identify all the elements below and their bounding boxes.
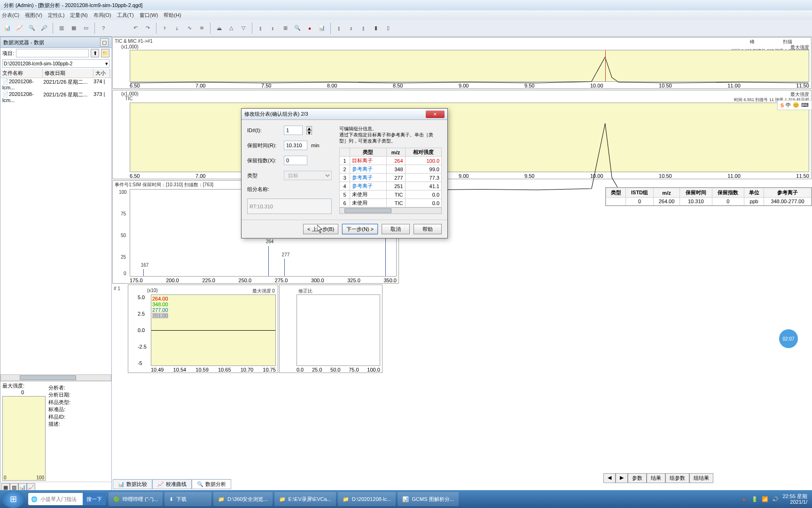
meta-label: 分析者:	[48, 384, 110, 391]
search-button[interactable]: 搜一下	[83, 493, 106, 505]
start-button[interactable]: ⊞	[2, 490, 24, 508]
file-row[interactable]: 📄20201208-lcm...2021/1/26 星期二...374 |	[0, 78, 111, 91]
type-label: 类型	[247, 172, 280, 179]
task-item[interactable]: 📁D:\20201208-lc...	[338, 492, 396, 506]
window-titlebar: 分析 (Admin) - [数据分析 - 20201208-lcm9-sim-1…	[0, 0, 812, 10]
next-button[interactable]: 下一步(N) >	[342, 224, 378, 234]
close-icon[interactable]: ✕	[426, 111, 445, 118]
bars-icon[interactable]: 📊	[316, 23, 328, 34]
tool-icon[interactable]: ⫾	[346, 23, 357, 34]
menu-item[interactable]: 定量(N)	[70, 12, 87, 19]
compound-index: # 1	[114, 286, 120, 375]
peak-icon[interactable]: △	[226, 23, 237, 34]
menu-item[interactable]: 分表(C)	[2, 12, 19, 19]
record-icon[interactable]: ●	[304, 23, 315, 34]
task-item[interactable]: ⬇下载	[164, 492, 211, 506]
chromatogram-top[interactable]: TIC & MIC #1->#1 峰 扫描 (x1,000) 时间 8.020 …	[112, 37, 812, 89]
spin-down-icon[interactable]: ▼	[306, 130, 312, 135]
tool-icon[interactable]: 🔍	[26, 23, 38, 34]
search-icon[interactable]: 🔍	[292, 23, 303, 34]
page-tab[interactable]: 🔍数据分析	[192, 479, 231, 489]
menubar: 分表(C) 视图(V) 定性(L) 定量(N) 布局(O) 工具(T) 窗口(W…	[0, 10, 812, 20]
ion-table[interactable]: 类型m/z相对强度 1目标离子264100.0 2参考离子34899.0 3参考…	[339, 148, 442, 207]
ri-input[interactable]	[284, 156, 307, 165]
id-label: ID#(I):	[247, 127, 280, 133]
ime-toolbar[interactable]: S 中 😊⌨	[777, 100, 812, 110]
tool-icon[interactable]: 📈	[14, 23, 25, 34]
plot-area: TIC & MIC #1->#1 峰 扫描 (x1,000) 时间 8.020 …	[112, 37, 812, 493]
layout-icon[interactable]: ▭	[80, 23, 92, 34]
result-tab[interactable]: 组结果	[689, 473, 713, 483]
chromatogram-mid[interactable]: (x1,000) TIC 最大强度 时间 6.551 扫描号 11 强度 1,3…	[112, 90, 812, 179]
menu-item[interactable]: 帮助(H)	[164, 12, 181, 19]
search-input[interactable]	[40, 494, 83, 504]
ri-label: 保留指数(X):	[247, 157, 280, 164]
page-tab[interactable]: 📈校准曲线	[152, 479, 192, 489]
up-icon[interactable]: ⬆	[91, 49, 99, 57]
task-item[interactable]: 🟢哔哩哔哩 ("-")...	[109, 492, 163, 506]
chevron-down-icon[interactable]: ▾	[105, 61, 108, 67]
result-tab[interactable]: ▶	[616, 473, 628, 483]
br-chart[interactable]: 修正比 0.025.050.075.0100.0	[279, 285, 383, 373]
collapse-icon[interactable]: ▢	[100, 38, 109, 47]
bl-chart[interactable]: (x10) 最大强度 0 264.00 348.00 277.00 251.00…	[128, 285, 278, 373]
task-item[interactable]: 📁E:\EV录屏\EVCa...	[274, 492, 336, 506]
spec-icon[interactable]: ⫿	[255, 23, 266, 34]
menu-item[interactable]: 工具(T)	[117, 12, 134, 19]
rt-input[interactable]	[284, 141, 307, 150]
peak-icon[interactable]: ▽	[238, 23, 249, 34]
menu-item[interactable]: 窗口(W)	[140, 12, 158, 19]
chart-icon[interactable]: ⫯	[159, 23, 171, 34]
browse-icon[interactable]: 📁	[101, 49, 109, 57]
id-input[interactable]	[284, 126, 303, 135]
project-input[interactable]	[16, 49, 89, 57]
tool-icon[interactable]: ▮	[370, 23, 382, 34]
task-item[interactable]: 📁D:\360安全浏览...	[213, 492, 273, 506]
spec-icon[interactable]: ⊞	[280, 23, 291, 34]
cancel-button[interactable]: 取消	[382, 224, 410, 234]
spec-icon[interactable]: ⫾	[267, 23, 279, 34]
menu-item[interactable]: 视图(V)	[25, 12, 42, 19]
tool-icon[interactable]: 📊	[2, 23, 13, 34]
file-row[interactable]: 📄20201208-lcm...2021/1/26 星期二...373 |	[0, 91, 111, 103]
menu-item[interactable]: 定性(L)	[48, 12, 64, 19]
undo-icon[interactable]: ↶	[130, 23, 141, 34]
h-scrollbar[interactable]	[344, 208, 391, 213]
rt-label: 保留时间(R):	[247, 142, 280, 149]
result-tab[interactable]: ◀	[603, 473, 616, 483]
result-tab[interactable]: 组参数	[665, 473, 689, 483]
help-button[interactable]: 帮助	[414, 224, 442, 234]
tool-icon[interactable]: ▯	[383, 23, 394, 34]
chart-icon[interactable]: ≋	[196, 23, 207, 34]
peak-icon[interactable]: ⛰	[213, 23, 225, 34]
recording-time-bubble[interactable]: 02:07	[779, 329, 798, 348]
system-tray[interactable]: 🔺🔋📶🔊 22:55 星期2021/1/	[736, 493, 812, 505]
dialog-title[interactable]: 修改组分表(确认组分表) 2/3 ✕	[242, 109, 447, 120]
results-table[interactable]: 类型ISTD组m/z保留时间保留指数单位参考离子 0264.0010.3100p…	[605, 187, 812, 206]
page-tab[interactable]: 📊数据比较	[113, 479, 152, 489]
h-scrollbar[interactable]	[0, 374, 111, 381]
help-icon[interactable]: ?	[98, 23, 109, 34]
result-tabs: ◀ ▶ 参数 结果 组参数 组结果	[603, 473, 713, 483]
tool-icon[interactable]: ⫿	[358, 23, 369, 34]
path-combo[interactable]: D:\20201208-lcm9-sim-100ppb-2 ▾	[2, 59, 109, 68]
tool-icon[interactable]: ⫿	[334, 23, 345, 34]
tool-icon[interactable]: 🔎	[39, 23, 50, 34]
meta-label: 样品ID:	[48, 413, 110, 421]
panel-title: 数据浏览器 - 数据 ▢	[0, 37, 111, 48]
result-tab[interactable]: 参数	[628, 473, 647, 483]
type-select[interactable]: 目标	[284, 171, 332, 180]
layout-icon[interactable]: ▥	[56, 23, 67, 34]
file-list-header: 文件名称 修改日期 大小	[0, 69, 111, 78]
chart-icon[interactable]: ∿	[184, 23, 195, 34]
layout-icon[interactable]: ▦	[68, 23, 79, 34]
name-label: 组分名称:	[247, 186, 269, 192]
meta-label: 标准品:	[48, 406, 110, 413]
result-tab[interactable]: 结果	[647, 473, 665, 483]
name-input[interactable]	[247, 198, 332, 214]
redo-icon[interactable]: ↷	[142, 23, 153, 34]
chart-icon[interactable]: ⫰	[172, 23, 183, 34]
meta-label: 分析日期:	[48, 391, 110, 398]
menu-item[interactable]: 布局(O)	[94, 12, 111, 19]
task-item[interactable]: 📊GCMS 图解析分...	[398, 492, 458, 506]
